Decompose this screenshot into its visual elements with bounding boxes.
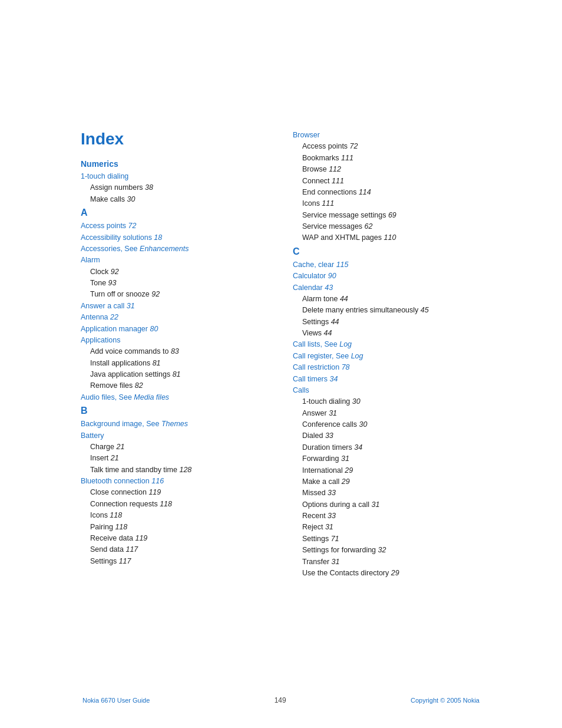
- entry-calendar[interactable]: Calendar 43: [293, 282, 481, 294]
- entry-call-lists[interactable]: Call lists, See Log: [293, 339, 481, 350]
- entry-icons-bt: Icons 118: [81, 510, 269, 521]
- entry-missed: Missed 33: [293, 487, 481, 499]
- page-title: Index: [81, 130, 269, 149]
- entry-accessories[interactable]: Accessories, See Enhancements: [81, 243, 269, 255]
- entry-calls[interactable]: Calls: [293, 385, 481, 396]
- entry-access-points-br: Access points 72: [293, 141, 481, 152]
- entry-add-voice-commands: Add voice commands to 83: [81, 346, 269, 357]
- entry-java-settings: Java application settings 81: [81, 369, 269, 380]
- entry-tone: Tone 93: [81, 278, 269, 289]
- entry-call-register[interactable]: Call register, See Log: [293, 351, 481, 362]
- entry-icons-br: Icons 111: [293, 198, 481, 209]
- entry-make-a-call: Make a call 29: [293, 476, 481, 487]
- entry-dialed: Dialed 33: [293, 430, 481, 442]
- entry-forwarding: Forwarding 31: [293, 453, 481, 465]
- entry-accessibility-solutions[interactable]: Accessibility solutions 18: [81, 232, 269, 243]
- entry-send-data: Send data 117: [81, 544, 269, 555]
- entry-duration-timers: Duration timers 34: [293, 442, 481, 453]
- entry-background-image[interactable]: Background image, See Themes: [81, 419, 269, 430]
- entry-install-applications: Install applications 81: [81, 358, 269, 369]
- entry-delete-many: Delete many entries simultaneously 45: [293, 305, 481, 316]
- entry-answer-call[interactable]: Answer a call 31: [81, 301, 269, 312]
- entry-bookmarks: Bookmarks 111: [293, 153, 481, 164]
- entry-settings-bt: Settings 117: [81, 556, 269, 567]
- entry-receive-data: Receive data 119: [81, 533, 269, 544]
- columns: Index Numerics 1-touch dialing Assign nu…: [81, 130, 481, 579]
- section-a: A: [81, 207, 269, 218]
- entry-calculator[interactable]: Calculator 90: [293, 271, 481, 282]
- entry-browser[interactable]: Browser: [293, 130, 481, 141]
- entry-end-connections: End connections 114: [293, 187, 481, 198]
- entry-connect: Connect 111: [293, 176, 481, 187]
- entry-audio-files[interactable]: Audio files, See Media files: [81, 392, 269, 403]
- entry-bluetooth-connection[interactable]: Bluetooth connection 116: [81, 476, 269, 487]
- page: Index Numerics 1-touch dialing Assign nu…: [0, 0, 562, 728]
- entry-call-timers[interactable]: Call timers 34: [293, 374, 481, 385]
- entry-service-messages: Service messages 62: [293, 221, 481, 232]
- section-c: C: [293, 246, 481, 257]
- entry-transfer: Transfer 31: [293, 556, 481, 568]
- entry-connection-requests: Connection requests 118: [81, 499, 269, 510]
- entry-settings-cal: Settings 44: [293, 317, 481, 328]
- entry-1touch-calls: 1-touch dialing 30: [293, 396, 481, 407]
- right-column: Browser Access points 72 Bookmarks 111 B…: [293, 130, 481, 579]
- entry-applications[interactable]: Applications: [81, 335, 269, 346]
- entry-international: International 29: [293, 465, 481, 476]
- entry-alarm-tone: Alarm tone 44: [293, 294, 481, 305]
- footer-left: Nokia 6670 User Guide: [82, 697, 150, 704]
- entry-wap-xhtml: WAP and XHTML pages 110: [293, 232, 481, 243]
- entry-answer-calls: Answer 31: [293, 408, 481, 419]
- entry-clock: Clock 92: [81, 266, 269, 278]
- entry-reject: Reject 31: [293, 522, 481, 533]
- entry-charge: Charge 21: [81, 442, 269, 453]
- entry-insert: Insert 21: [81, 453, 269, 464]
- entry-application-manager[interactable]: Application manager 80: [81, 324, 269, 335]
- footer-right: Copyright © 2005 Nokia: [411, 697, 480, 704]
- entry-assign-numbers: Assign numbers 38: [81, 182, 269, 193]
- entry-1touch-dialing[interactable]: 1-touch dialing: [81, 171, 269, 182]
- section-numerics: Numerics: [81, 159, 269, 169]
- entry-settings-calls: Settings 71: [293, 533, 481, 545]
- content-area: Index Numerics 1-touch dialing Assign nu…: [0, 0, 562, 626]
- entry-close-connection: Close connection 119: [81, 487, 269, 498]
- entry-recent: Recent 33: [293, 510, 481, 522]
- entry-pairing: Pairing 118: [81, 522, 269, 533]
- entry-views: Views 44: [293, 328, 481, 339]
- entry-alarm[interactable]: Alarm: [81, 255, 269, 266]
- entry-remove-files: Remove files 82: [81, 380, 269, 391]
- page-footer: Nokia 6670 User Guide 149 Copyright © 20…: [0, 696, 562, 704]
- entry-call-restriction[interactable]: Call restriction 78: [293, 362, 481, 373]
- entry-battery[interactable]: Battery: [81, 430, 269, 442]
- entry-cache-clear[interactable]: Cache, clear 115: [293, 259, 481, 271]
- entry-antenna[interactable]: Antenna 22: [81, 312, 269, 323]
- page-number: 149: [275, 696, 286, 704]
- entry-settings-forwarding: Settings for forwarding 32: [293, 545, 481, 556]
- entry-use-contacts: Use the Contacts directory 29: [293, 568, 481, 579]
- entry-options-during-call: Options during a call 31: [293, 499, 481, 510]
- section-b: B: [81, 406, 269, 416]
- entry-browse: Browse 112: [293, 164, 481, 175]
- entry-talk-time: Talk time and standby time 128: [81, 465, 269, 476]
- entry-turn-off-snooze: Turn off or snooze 92: [81, 289, 269, 300]
- entry-service-message-settings: Service message settings 69: [293, 210, 481, 221]
- left-column: Index Numerics 1-touch dialing Assign nu…: [81, 130, 269, 579]
- entry-make-calls: Make calls 30: [81, 194, 269, 205]
- entry-access-points[interactable]: Access points 72: [81, 220, 269, 232]
- entry-conference-calls: Conference calls 30: [293, 419, 481, 430]
